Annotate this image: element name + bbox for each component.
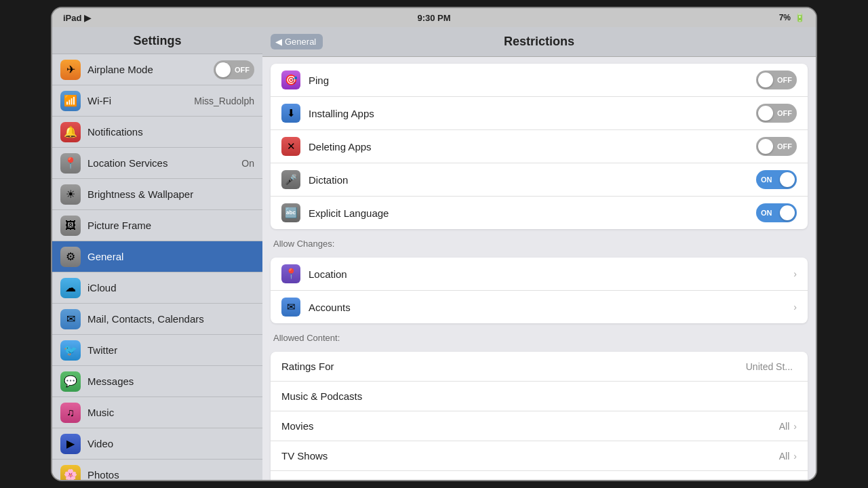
restriction-row-tvshows[interactable]: TV Shows All › [271, 441, 808, 471]
allowed-content-section: Ratings For United St... Music & Podcast… [271, 352, 808, 480]
toggle-knob [780, 172, 795, 187]
right-header: ◀ General Restrictions [262, 27, 816, 57]
status-left: iPad ▶ [63, 13, 91, 23]
toggle-knob [216, 62, 231, 77]
twitter-icon: 🐦 [60, 340, 81, 361]
toggle-off-text: OFF [777, 109, 792, 117]
sidebar-item-label: Messages [87, 375, 254, 387]
toggle-off-text: OFF [235, 66, 250, 74]
sidebar-item-icloud[interactable]: ☁ iCloud [52, 272, 262, 304]
sidebar-item-airplane[interactable]: ✈ Airplane Mode OFF [52, 54, 262, 85]
allow-changes-section: 📍 Location › ✉ Accounts › [271, 258, 808, 323]
tvshows-value: All [779, 451, 790, 462]
dictation-label: Dictation [309, 174, 756, 186]
restriction-row-ping[interactable]: 🎯 Ping OFF [271, 64, 808, 97]
restriction-row-music-podcasts[interactable]: Music & Podcasts [271, 382, 808, 411]
restriction-row-movies[interactable]: Movies All › [271, 411, 808, 441]
restriction-row-dictation[interactable]: 🎤 Dictation ON [271, 163, 808, 197]
ping-toggle[interactable]: OFF [756, 70, 797, 89]
deleting-toggle[interactable]: OFF [756, 137, 797, 156]
sidebar-item-mail[interactable]: ✉ Mail, Contacts, Calendars [52, 304, 262, 335]
sidebar-item-wifi[interactable]: 📶 Wi-Fi Miss_Rudolph [52, 85, 262, 117]
sidebar-item-twitter[interactable]: 🐦 Twitter [52, 335, 262, 366]
notifications-icon: 🔔 [60, 122, 81, 142]
sidebar-item-label: Twitter [87, 344, 254, 356]
right-panel-title: Restrictions [504, 35, 574, 49]
location-icon: 📍 [60, 153, 81, 174]
restriction-row-installing[interactable]: ⬇ Installing Apps OFF [271, 97, 808, 130]
ipad-label: iPad ▶ [63, 13, 91, 23]
allowed-content-label-container: Allowed Content: [262, 330, 816, 345]
ipad-frame: iPad ▶ 9:30 PM 7% 🔋 Settings ✈ Airplane … [51, 7, 817, 481]
airplane-toggle[interactable]: OFF [214, 60, 254, 79]
sidebar-item-label: Brightness & Wallpaper [87, 188, 254, 200]
installing-label: Installing Apps [309, 108, 756, 119]
wifi-value: Miss_Rudolph [194, 96, 254, 106]
sidebar-item-brightness[interactable]: ☀ Brightness & Wallpaper [52, 179, 262, 210]
dictation-icon: 🎤 [281, 170, 300, 189]
sidebar-item-pictureframe[interactable]: 🖼 Picture Frame [52, 210, 262, 241]
sidebar-item-label: iCloud [87, 282, 254, 293]
sidebar-item-location[interactable]: 📍 Location Services On [52, 148, 262, 179]
movies-value: All [779, 421, 790, 432]
sidebar-item-messages[interactable]: 💬 Messages [52, 366, 262, 397]
explicit-label: Explicit Language [309, 207, 756, 219]
toggle-off-text: OFF [777, 142, 792, 150]
brightness-icon: ☀ [60, 184, 81, 205]
sidebar-item-photos[interactable]: 🌸 Photos [52, 460, 262, 480]
status-right: 7% 🔋 [779, 13, 805, 22]
sidebar-item-label: Video [87, 438, 254, 449]
back-button[interactable]: ◀ General [271, 34, 323, 49]
status-time: 9:30 PM [417, 13, 450, 23]
sidebar: Settings ✈ Airplane Mode OFF 📶 Wi-Fi Mis… [52, 27, 262, 480]
allow-changes-label-container: Allow Changes: [262, 236, 816, 251]
toggle-knob [758, 73, 773, 87]
messages-icon: 💬 [60, 371, 81, 392]
accounts-allow-label: Accounts [309, 302, 793, 313]
location-allow-icon: 📍 [281, 264, 300, 283]
chevron-icon: › [793, 302, 797, 312]
back-chevron: ◀ [275, 37, 282, 47]
sidebar-item-music[interactable]: ♫ Music [52, 397, 262, 428]
restriction-row-apps[interactable]: Apps All › [271, 471, 808, 480]
restriction-row-explicit[interactable]: 🔤 Explicit Language ON [271, 197, 808, 229]
allow-changes-label: Allow Changes: [273, 239, 334, 249]
dictation-toggle[interactable]: ON [756, 170, 797, 189]
restriction-row-location[interactable]: 📍 Location › [271, 258, 808, 291]
toggle-off-text: OFF [777, 76, 792, 84]
battery-icon: 🔋 [795, 13, 805, 22]
sidebar-item-label: Music [87, 407, 254, 418]
restriction-row-ratings[interactable]: Ratings For United St... [271, 352, 808, 382]
main-area: Settings ✈ Airplane Mode OFF 📶 Wi-Fi Mis… [52, 27, 816, 480]
deleting-label: Deleting Apps [309, 141, 756, 152]
sidebar-item-label: General [87, 251, 254, 262]
sidebar-item-general[interactable]: ⚙ General [52, 241, 262, 272]
sidebar-item-label: Location Services [87, 157, 241, 169]
installing-toggle[interactable]: OFF [756, 104, 797, 123]
chevron-icon: › [793, 268, 797, 279]
sidebar-item-label: Photos [87, 469, 254, 480]
restriction-row-deleting[interactable]: ✕ Deleting Apps OFF [271, 130, 808, 163]
sidebar-item-label: Mail, Contacts, Calendars [87, 313, 254, 325]
right-content: 🎯 Ping OFF ⬇ Installing Apps OFF [262, 57, 816, 480]
explicit-icon: 🔤 [281, 203, 300, 222]
toggle-knob [780, 205, 795, 220]
sidebar-item-video[interactable]: ▶ Video [52, 428, 262, 460]
music-podcasts-label: Music & Podcasts [281, 390, 797, 402]
restriction-row-accounts[interactable]: ✉ Accounts › [271, 291, 808, 323]
sidebar-item-label: Wi-Fi [87, 95, 194, 106]
sidebar-item-label: Notifications [87, 126, 254, 138]
battery-label: 7% [779, 13, 791, 22]
accounts-allow-icon: ✉ [281, 298, 300, 317]
status-bar: iPad ▶ 9:30 PM 7% 🔋 [52, 8, 816, 27]
sidebar-item-notifications[interactable]: 🔔 Notifications [52, 117, 262, 148]
right-panel: ◀ General Restrictions 🎯 Ping OFF [262, 27, 816, 480]
sidebar-item-label: Picture Frame [87, 220, 254, 231]
deleting-icon: ✕ [281, 137, 300, 156]
photos-icon: 🌸 [60, 465, 81, 481]
explicit-toggle[interactable]: ON [756, 203, 797, 222]
toggle-on-text: ON [761, 176, 772, 184]
ratings-value: United St... [746, 361, 793, 372]
tvshows-label: TV Shows [281, 450, 779, 462]
pictureframe-icon: 🖼 [60, 216, 81, 236]
